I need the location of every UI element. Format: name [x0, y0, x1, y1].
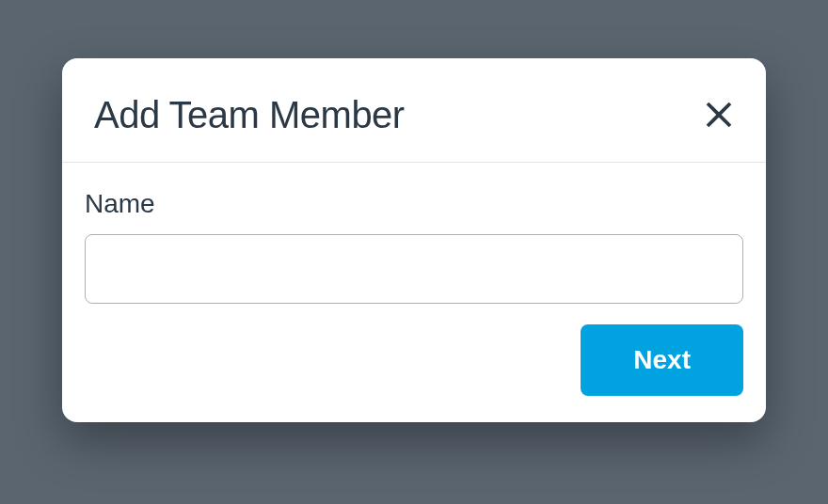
close-icon: [702, 98, 736, 132]
modal-body: Name: [62, 163, 766, 304]
add-team-member-modal: Add Team Member Name Next: [62, 58, 766, 422]
close-button[interactable]: [694, 90, 743, 139]
name-label: Name: [85, 189, 743, 219]
name-input[interactable]: [85, 234, 743, 304]
next-button[interactable]: Next: [581, 324, 743, 396]
modal-header: Add Team Member: [62, 90, 766, 163]
modal-title: Add Team Member: [94, 94, 405, 136]
modal-footer: Next: [62, 304, 766, 396]
